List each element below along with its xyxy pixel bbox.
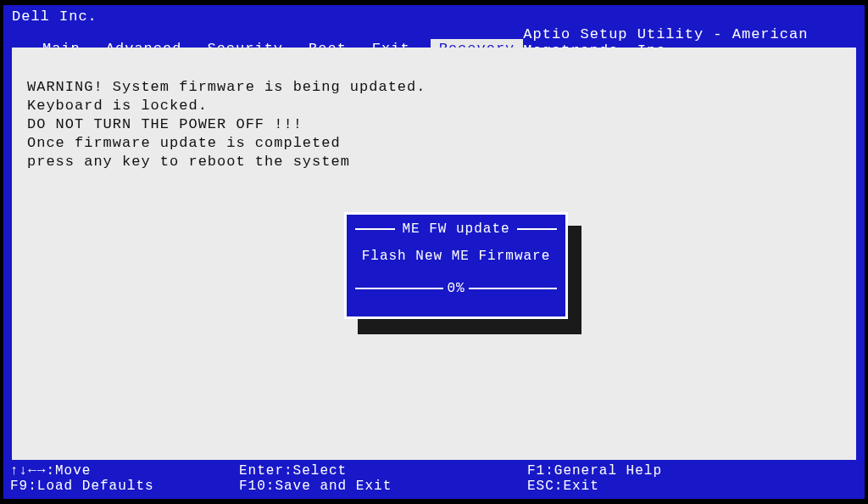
dialog-title-bar: ME FW update	[355, 221, 557, 237]
warning-line-1: WARNING! System firmware is being update…	[27, 79, 426, 95]
dialog-title: ME FW update	[395, 221, 516, 237]
main-panel: WARNING! System firmware is being update…	[12, 48, 856, 460]
hint-select: Enter:Select	[239, 463, 527, 479]
progress-line-right	[469, 288, 557, 289]
hint-esc: ESC:Exit	[527, 479, 858, 494]
warning-line-4: Once firmware update is completed	[27, 135, 341, 151]
bios-screen: Dell Inc. Main Advanced Security Boot Ex…	[3, 5, 865, 499]
hint-move: ↑↓←→:Move	[10, 463, 239, 479]
footer-help-bar: ↑↓←→:Move Enter:Select F1:General Help F…	[3, 462, 865, 499]
hint-save: F10:Save and Exit	[239, 479, 527, 494]
firmware-update-dialog: ME FW update Flash New ME Firmware 0%	[344, 212, 568, 319]
progress-percent: 0%	[443, 281, 468, 296]
vendor-label: Dell Inc.	[10, 8, 858, 25]
footer-row-2: F9:Load Defaults F10:Save and Exit ESC:E…	[10, 479, 858, 494]
header-bar: Dell Inc. Main Advanced Security Boot Ex…	[3, 5, 865, 46]
footer-row-1: ↑↓←→:Move Enter:Select F1:General Help	[10, 463, 858, 479]
title-line-right	[517, 228, 557, 230]
dialog-message: Flash New ME Firmware	[347, 249, 565, 264]
warning-line-3: DO NOT TURN THE POWER OFF !!!	[27, 116, 303, 132]
progress-bar: 0%	[355, 281, 557, 296]
title-line-left	[355, 228, 395, 230]
warning-line-2: Keyboard is locked.	[27, 98, 208, 114]
warning-line-5: press any key to reboot the system	[27, 154, 350, 170]
progress-line-left	[355, 288, 443, 289]
hint-defaults: F9:Load Defaults	[10, 479, 239, 494]
hint-help: F1:General Help	[527, 463, 858, 479]
warning-text: WARNING! System firmware is being update…	[27, 78, 841, 171]
